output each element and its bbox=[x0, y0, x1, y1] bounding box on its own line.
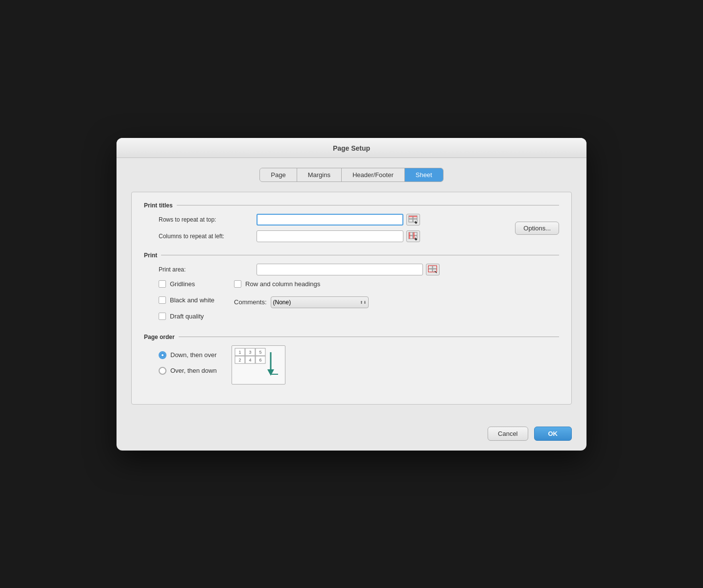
page-order-diagram: 1 3 5 2 4 6 bbox=[232, 345, 285, 384]
tab-page[interactable]: Page bbox=[260, 168, 297, 181]
tab-margins[interactable]: Margins bbox=[297, 168, 342, 181]
comments-select-wrapper: (None) At end of sheet As displayed on s… bbox=[271, 296, 369, 308]
print-area-icon-button[interactable] bbox=[426, 264, 440, 275]
svg-text:4: 4 bbox=[249, 358, 251, 362]
title-bar: Page Setup bbox=[117, 138, 586, 158]
svg-rect-19 bbox=[433, 269, 437, 272]
row-col-headings-row: Row and column headings bbox=[234, 280, 368, 288]
black-white-label: Black and white bbox=[170, 296, 214, 304]
svg-text:1: 1 bbox=[238, 350, 241, 355]
svg-rect-16 bbox=[428, 266, 432, 269]
gridlines-label: Gridlines bbox=[170, 280, 195, 288]
page-order-section: Page order Down, then over Over, then do… bbox=[144, 334, 559, 384]
tabs-container: Page Margins Header/Footer Sheet bbox=[131, 168, 572, 182]
over-then-down-label: Over, then down bbox=[170, 367, 217, 374]
page-setup-dialog: Page Setup Page Margins Header/Footer Sh… bbox=[117, 138, 586, 451]
svg-rect-3 bbox=[413, 219, 417, 222]
black-white-row: Black and white bbox=[159, 296, 214, 304]
down-then-over-row: Down, then over bbox=[159, 351, 217, 359]
draft-quality-row: Draft quality bbox=[159, 313, 214, 320]
svg-text:3: 3 bbox=[249, 350, 251, 355]
print-titles-label: Print titles bbox=[144, 202, 559, 209]
svg-text:5: 5 bbox=[259, 350, 261, 355]
down-then-over-radio[interactable] bbox=[159, 351, 166, 359]
down-then-over-label: Down, then over bbox=[170, 351, 217, 359]
svg-text:6: 6 bbox=[259, 358, 261, 362]
ok-button[interactable]: OK bbox=[534, 427, 572, 441]
page-order-label: Page order bbox=[144, 334, 559, 340]
columns-to-repeat-icon-button[interactable] bbox=[406, 230, 420, 242]
black-white-checkbox[interactable] bbox=[159, 296, 166, 304]
svg-rect-2 bbox=[409, 219, 413, 222]
over-then-down-row: Over, then down bbox=[159, 367, 217, 375]
options-button[interactable]: Options... bbox=[515, 222, 559, 235]
row-col-headings-checkbox[interactable] bbox=[234, 280, 241, 288]
tab-sheet[interactable]: Sheet bbox=[405, 168, 443, 181]
columns-to-repeat-input[interactable] bbox=[257, 230, 403, 242]
row-col-headings-label: Row and column headings bbox=[245, 280, 320, 288]
svg-marker-35 bbox=[267, 369, 274, 376]
svg-text:2: 2 bbox=[238, 358, 241, 362]
comments-row: Comments: (None) At end of sheet As disp… bbox=[234, 296, 368, 308]
svg-rect-4 bbox=[409, 216, 413, 217]
svg-rect-12 bbox=[409, 232, 410, 239]
print-label: Print bbox=[144, 252, 559, 259]
svg-rect-18 bbox=[428, 269, 432, 272]
draft-quality-label: Draft quality bbox=[170, 313, 204, 320]
rows-to-repeat-row: Rows to repeat at top: bbox=[144, 214, 559, 226]
tabs: Page Margins Header/Footer Sheet bbox=[259, 168, 443, 182]
dialog-title: Page Setup bbox=[333, 144, 370, 152]
rows-to-repeat-icon-button[interactable] bbox=[406, 214, 420, 226]
svg-rect-5 bbox=[413, 216, 417, 217]
over-then-down-radio[interactable] bbox=[159, 367, 166, 375]
gridlines-row: Gridlines bbox=[159, 280, 214, 288]
comments-label: Comments: bbox=[234, 298, 266, 306]
content-area: Options... Print titles Rows to repeat a… bbox=[131, 192, 572, 405]
columns-to-repeat-row: Columns to repeat at left: bbox=[144, 230, 559, 242]
print-area-input[interactable] bbox=[257, 264, 423, 275]
rows-to-repeat-input[interactable] bbox=[257, 214, 403, 226]
draft-quality-checkbox[interactable] bbox=[159, 313, 166, 320]
cancel-button[interactable]: Cancel bbox=[488, 427, 528, 441]
dialog-footer: Cancel OK bbox=[117, 419, 586, 451]
svg-rect-17 bbox=[433, 266, 437, 269]
tab-header-footer[interactable]: Header/Footer bbox=[342, 168, 405, 181]
print-section: Print Print area: bbox=[144, 252, 559, 324]
dialog-body: Page Margins Header/Footer Sheet Options… bbox=[117, 158, 586, 419]
svg-rect-13 bbox=[413, 232, 415, 239]
comments-select[interactable]: (None) At end of sheet As displayed on s… bbox=[271, 296, 369, 308]
page-order-radios: Down, then over Over, then down bbox=[159, 351, 217, 379]
columns-to-repeat-label: Columns to repeat at left: bbox=[159, 233, 257, 240]
rows-to-repeat-label: Rows to repeat at top: bbox=[159, 216, 257, 223]
print-area-row: Print area: bbox=[144, 264, 559, 275]
print-titles-section: Print titles Rows to repeat at top: bbox=[144, 202, 559, 242]
print-area-label: Print area: bbox=[159, 266, 257, 273]
gridlines-checkbox[interactable] bbox=[159, 280, 166, 288]
